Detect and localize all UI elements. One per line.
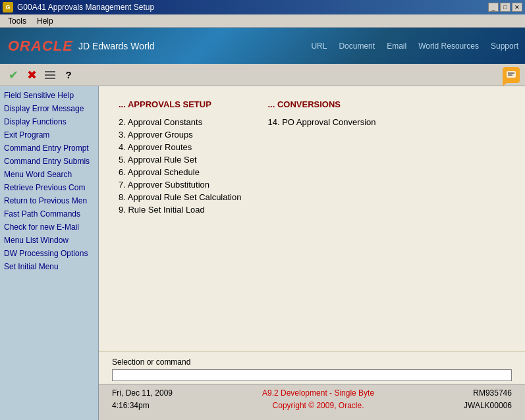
jde-text: JD Edwards World: [78, 41, 155, 51]
nav-document[interactable]: Document: [339, 41, 375, 51]
svg-rect-2: [45, 78, 55, 79]
oracle-banner: ORACLE JD Edwards World URL Document Ema…: [0, 28, 525, 64]
close-button[interactable]: ✕: [512, 3, 522, 12]
maximize-button[interactable]: □: [500, 3, 511, 12]
sidebar-item-menu-word-search[interactable]: Menu Word Search: [0, 168, 98, 181]
content-panel: ... APPROVALS SETUP 2. Approval Constant…: [99, 86, 525, 420]
list-item[interactable]: 14. PO Approval Conversion: [267, 116, 375, 128]
list-button[interactable]: [42, 67, 58, 83]
list-item[interactable]: 3. Approver Groups: [119, 128, 241, 141]
toolbar: ✔ ✖ ?: [0, 64, 525, 86]
nav-links: URL Document Email World Resources Suppo…: [311, 41, 518, 51]
status-version: A9.2 Development - Single Byte: [262, 387, 374, 400]
status-copyright: Copyright © 2009, Oracle.: [262, 400, 374, 412]
nav-url[interactable]: URL: [311, 41, 327, 51]
chat-icon[interactable]: [503, 67, 520, 83]
approvals-title: ... APPROVALS SETUP: [119, 99, 241, 109]
svg-rect-1: [45, 74, 55, 76]
list-item[interactable]: 5. Approval Rule Set: [119, 153, 241, 166]
sidebar-item-command-entry-submis[interactable]: Command Entry Submis: [0, 155, 98, 168]
oracle-logo: ORACLE JD Edwards World: [8, 38, 155, 55]
list-item[interactable]: 4. Approver Routes: [119, 141, 241, 153]
svg-rect-3: [507, 71, 516, 78]
status-id2: JWALK00006: [464, 400, 512, 412]
sidebar-item-retrieve-previous[interactable]: Retrieve Previous Com: [0, 181, 98, 194]
status-date: Fri, Dec 11, 2009: [112, 387, 173, 400]
list-item[interactable]: 8. Approval Rule Set Calculation: [119, 191, 241, 203]
selection-area: Selection or command: [99, 352, 525, 384]
conversions-section: ... CONVERSIONS 14. PO Approval Conversi…: [267, 99, 375, 345]
status-center: A9.2 Development - Single Byte Copyright…: [262, 387, 374, 412]
list-item[interactable]: 2. Approval Constants: [119, 116, 241, 128]
sidebar: Field Sensitive Help Display Error Messa…: [0, 86, 99, 420]
sidebar-item-display-error-message[interactable]: Display Error Message: [0, 102, 98, 115]
nav-world-resources[interactable]: World Resources: [418, 41, 479, 51]
minimize-button[interactable]: _: [488, 3, 499, 12]
selection-label: Selection or command: [112, 357, 512, 367]
sidebar-item-check-email[interactable]: Check for new E-Mail: [0, 221, 98, 234]
content-body: ... APPROVALS SETUP 2. Approval Constant…: [99, 86, 525, 352]
sidebar-item-set-initial-menu[interactable]: Set Initial Menu: [0, 260, 98, 273]
sidebar-item-return-to-previous[interactable]: Return to Previous Men: [0, 194, 98, 207]
nav-email[interactable]: Email: [387, 41, 406, 51]
check-button[interactable]: ✔: [5, 67, 21, 83]
chat-icon-area: [503, 67, 520, 83]
list-item[interactable]: 6. Approval Schedule: [119, 166, 241, 178]
conversions-list: 14. PO Approval Conversion: [267, 116, 375, 128]
sidebar-item-exit-program[interactable]: Exit Program: [0, 128, 98, 142]
oracle-text: ORACLE: [8, 38, 73, 55]
list-item[interactable]: 7. Approver Substitution: [119, 178, 241, 191]
status-bar: Fri, Dec 11, 2009 4:16:34pm A9.2 Develop…: [99, 384, 525, 420]
sidebar-item-command-entry-prompt[interactable]: Command Entry Prompt: [0, 142, 98, 155]
status-time: 4:16:34pm: [112, 400, 173, 412]
selection-input[interactable]: [112, 369, 512, 381]
window-title: G00A41 Approvals Management Setup: [17, 3, 488, 12]
sidebar-item-display-functions[interactable]: Display Functions: [0, 115, 98, 128]
main-area: Field Sensitive Help Display Error Messa…: [0, 86, 525, 420]
approvals-list: 2. Approval Constants 3. Approver Groups…: [119, 116, 241, 216]
status-id1: RM935746: [464, 387, 512, 400]
approvals-section: ... APPROVALS SETUP 2. Approval Constant…: [119, 99, 241, 345]
sidebar-item-menu-list-window[interactable]: Menu List Window: [0, 234, 98, 247]
window-icon: G: [3, 2, 13, 13]
nav-support[interactable]: Support: [491, 41, 518, 51]
menu-tools[interactable]: Tools: [3, 15, 32, 27]
window-controls[interactable]: _ □ ✕: [488, 3, 522, 12]
conversions-title: ... CONVERSIONS: [267, 99, 375, 109]
menu-bar: Tools Help: [0, 14, 525, 28]
sidebar-item-fast-path[interactable]: Fast Path Commands: [0, 207, 98, 221]
sidebar-item-dw-processing[interactable]: DW Processing Options: [0, 247, 98, 260]
menu-help[interactable]: Help: [32, 15, 59, 27]
status-left: Fri, Dec 11, 2009 4:16:34pm: [112, 387, 173, 412]
svg-rect-0: [45, 71, 55, 72]
window-title-bar: G G00A41 Approvals Management Setup _ □ …: [0, 0, 525, 14]
cancel-button[interactable]: ✖: [24, 67, 40, 83]
list-item[interactable]: 9. Rule Set Initial Load: [119, 203, 241, 216]
help-button[interactable]: ?: [61, 67, 76, 83]
sidebar-item-field-sensitive-help[interactable]: Field Sensitive Help: [0, 89, 98, 102]
status-right: RM935746 JWALK00006: [464, 387, 512, 412]
